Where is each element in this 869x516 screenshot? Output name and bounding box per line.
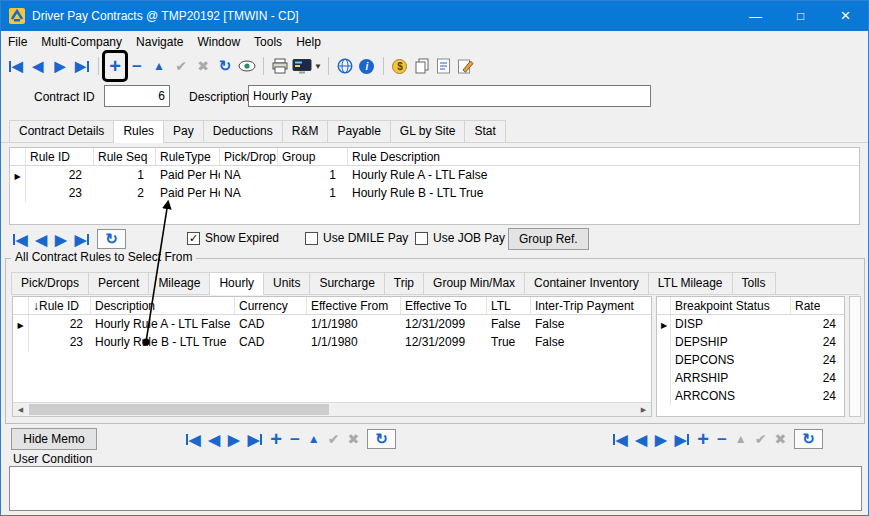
next-record-button[interactable]: ▶ [55,232,67,247]
menu-item-multi-company[interactable]: Multi-Company [34,32,129,52]
info-button[interactable]: i [357,55,377,77]
view-eye-button[interactable] [237,55,257,77]
scroll-right-button[interactable]: ▶ [636,403,651,416]
add-record-button[interactable]: + [105,55,125,77]
copy-button[interactable] [412,55,432,77]
move-up-button[interactable]: ▲ [308,432,320,446]
cancel-button[interactable]: ✖ [193,55,213,77]
table-row[interactable]: ARRCONS 24 [657,387,844,405]
use-dmile-checkbox[interactable] [305,232,318,245]
col-inter-trip-payment[interactable]: Inter-Trip Payment [531,297,651,314]
terminal-view-button[interactable]: ▼ [292,55,322,77]
refresh-button[interactable]: ↻ [367,429,396,449]
tab-deductions[interactable]: Deductions [203,120,283,142]
delete-row-button[interactable]: − [717,431,727,448]
description-input[interactable] [248,85,651,107]
report-button[interactable] [434,55,454,77]
col-rule-seq[interactable]: Rule Seq [94,148,156,165]
col-rule-type[interactable]: RuleType [156,148,220,165]
prev-record-button[interactable]: ◀ [36,232,48,247]
first-record-button[interactable]: ◀ [13,232,28,247]
tab-container-inventory[interactable]: Container Inventory [524,272,649,294]
first-record-button[interactable]: ◀ [613,432,628,447]
add-row-button[interactable]: + [270,429,282,449]
save-button[interactable]: ✔ [328,431,340,447]
move-up-button[interactable]: ▲ [735,432,747,446]
col-rule-id[interactable]: ↓Rule ID [29,297,91,314]
col-pick-drop[interactable]: Pick/Drop [220,148,278,165]
refresh-button[interactable]: ↻ [215,55,235,77]
tab-mileage[interactable]: Mileage [148,272,210,294]
contract-id-input[interactable] [104,85,170,107]
minimize-button[interactable]: — [733,1,778,31]
table-row[interactable]: ▶ 22 Hourly Rule A - LTL False CAD 1/1/1… [13,315,651,333]
tab-trip[interactable]: Trip [384,272,424,294]
tab-percent[interactable]: Percent [88,272,149,294]
menu-item-window[interactable]: Window [190,32,247,52]
scrollbar-thumb[interactable] [29,404,329,415]
col-rule-id[interactable]: Rule ID [26,148,94,165]
tab-tolls[interactable]: Tolls [732,272,776,294]
tab-pick-drops[interactable]: Pick/Drops [11,272,89,294]
user-condition-textarea[interactable] [9,466,862,511]
web-button[interactable] [335,55,355,77]
next-record-button[interactable]: ▶ [655,432,667,447]
last-record-button[interactable]: ▶ [248,432,263,447]
tab-rules[interactable]: Rules [113,120,164,143]
tab-surcharge[interactable]: Surcharge [309,272,384,294]
horizontal-scrollbar[interactable]: ◀ ▶ [13,402,651,416]
col-effective-from[interactable]: Effective From [307,297,401,314]
first-record-button[interactable]: ◀ [186,432,201,447]
show-expired-checkbox[interactable]: ✓ [187,232,200,245]
hide-memo-button[interactable]: Hide Memo [11,428,97,450]
tab-stat[interactable]: Stat [464,120,505,142]
tab-pay[interactable]: Pay [163,120,204,142]
next-record-button[interactable]: ▶ [228,432,240,447]
tab-group-min-max[interactable]: Group Min/Max [423,272,525,294]
table-row[interactable]: 23 Hourly Rule B - LTL True CAD 1/1/1980… [13,333,651,351]
save-button[interactable]: ✔ [755,431,767,447]
tab-units[interactable]: Units [263,272,310,294]
col-currency[interactable]: Currency [235,297,307,314]
prev-record-button[interactable]: ◀ [209,432,221,447]
tab-contract-details[interactable]: Contract Details [9,120,114,142]
tab-hourly[interactable]: Hourly [209,272,264,295]
col-rate[interactable]: Rate [791,297,844,314]
delete-row-button[interactable]: − [290,431,300,448]
col-breakpoint-status[interactable]: Breakpoint Status [671,297,791,314]
tab-payable[interactable]: Payable [327,120,390,142]
col-rule-description[interactable]: Rule Description [348,148,859,165]
prev-record-button[interactable]: ◀ [28,55,48,77]
menu-item-help[interactable]: Help [289,32,328,52]
tab-gl-by-site[interactable]: GL by Site [390,120,466,142]
last-record-button[interactable]: ▶ [675,432,690,447]
scroll-left-button[interactable]: ◀ [13,403,28,416]
funds-button[interactable]: $ [390,55,410,77]
col-ltl[interactable]: LTL [487,297,531,314]
move-up-button[interactable]: ▲ [149,55,169,77]
menu-item-navigate[interactable]: Navigate [129,32,190,52]
table-row[interactable]: DEPCONS 24 [657,351,844,369]
use-job-checkbox[interactable] [415,232,428,245]
cancel-button[interactable]: ✖ [347,431,359,447]
tab-ltl-mileage[interactable]: LTL Mileage [648,272,733,294]
save-button[interactable]: ✔ [171,55,191,77]
last-record-button[interactable]: ▶ [75,232,90,247]
refresh-button[interactable]: ↻ [97,229,126,249]
refresh-button[interactable]: ↻ [794,429,823,449]
maximize-button[interactable]: □ [778,1,823,31]
table-row[interactable]: ▶ 22 1 Paid Per Hou NA 1 Hourly Rule A -… [10,166,859,184]
next-record-button[interactable]: ▶ [50,55,70,77]
tab-rm[interactable]: R&M [282,120,329,142]
delete-record-button[interactable]: − [127,55,147,77]
first-record-button[interactable]: ◀ [6,55,26,77]
close-button[interactable]: × [823,1,868,31]
prev-record-button[interactable]: ◀ [636,432,648,447]
last-record-button[interactable]: ▶ [72,55,92,77]
table-row[interactable]: ▶ DISP 24 [657,315,844,333]
table-row[interactable]: ARRSHIP 24 [657,369,844,387]
add-row-button[interactable]: + [697,429,709,449]
edit-notes-button[interactable] [456,55,476,77]
menu-item-file[interactable]: File [1,32,34,52]
print-button[interactable] [270,55,290,77]
